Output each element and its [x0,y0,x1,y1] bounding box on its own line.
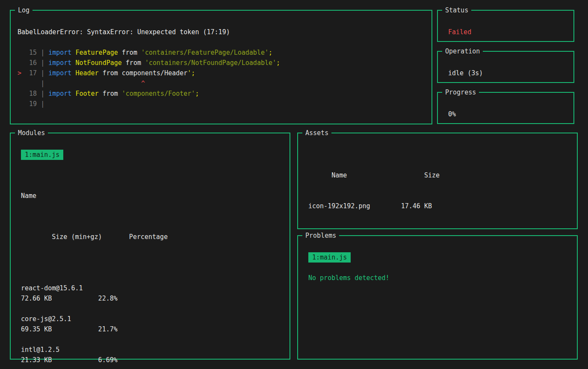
module-percentage: 6.69% [98,356,118,364]
code-token: '; [187,69,195,77]
modules-panel-title: Modules [15,128,48,138]
status-value: Failed [448,27,563,37]
code-token: ; [269,49,272,56]
code-token: import [48,59,71,67]
error-line-marker [18,78,25,89]
line-number: 18 [25,89,37,99]
log-code-frame: 15 | import FeaturePage from 'containers… [18,47,421,109]
modules-table-header: Name Size (min+gz)Percentage [21,170,279,273]
assets-rows: icon-192x192.png17.46 KB [308,201,567,211]
modules-col-percentage: Percentage [129,233,168,241]
module-row: react-dom@15.6.172.66 KB22.8% [21,283,279,304]
error-line-marker [18,58,25,68]
code-line: | ^ [18,78,421,89]
code-token: ; [195,90,199,97]
modules-col-size: Size (min+gz) [52,232,129,242]
log-panel-title: Log [15,5,33,15]
module-row: intl@1.2.521.33 KB6.69% [21,345,279,365]
modules-panel: Modules 1:main.js Name Size (min+gz)Perc… [10,133,290,360]
line-number: 17 [25,68,37,78]
module-name: core-js@2.5.1 [21,315,71,323]
gutter-separator: | [37,90,48,97]
problems-bundle-tab: 1:main.js [308,252,351,263]
status-panel: Status Failed [437,10,574,42]
modules-col-name: Name [21,191,279,201]
assets-col-name: Name [331,170,424,180]
module-name: react-dom@15.6.1 [21,284,83,292]
log-panel: Log BabelLoaderError: SyntaxError: Unexp… [10,10,432,124]
module-row: core-js@2.5.169.35 KB21.7% [21,314,279,334]
gutter-separator: | [37,59,48,67]
gutter-separator: | [37,49,48,56]
progress-value: 0% [448,109,563,119]
code-token: Footer [75,90,98,97]
gutter-separator: | [37,100,48,108]
code-token: 'containers/FeaturePage/Loadable' [141,49,269,56]
code-token: from [122,59,145,67]
problems-panel-title: Problems [302,230,339,241]
status-panel-title: Status [442,5,471,15]
progress-panel-title: Progress [442,87,479,97]
code-token: import [48,69,71,77]
code-line: >17 | import Header from components/Head… [18,68,421,78]
gutter-separator: | [37,69,48,77]
code-token: ^ [48,80,145,87]
assets-col-size: Size [424,171,440,179]
assets-table-header: NameSize [308,160,567,191]
progress-panel: Progress 0% [437,92,574,124]
problems-panel: Problems 1:main.js No problems detected! [297,235,578,360]
code-token: from [99,90,122,97]
operation-panel-title: Operation [442,46,483,56]
code-line: 15 | import FeaturePage from 'containers… [18,47,421,58]
code-token: Header [75,69,98,77]
code-token: FeaturePage [75,49,118,56]
code-line: 16 | import NotFoundPage from 'container… [18,58,421,68]
log-panel-content: BabelLoaderError: SyntaxError: Unexpecte… [11,11,431,114]
operation-panel: Operation idle (3s) [437,51,574,83]
asset-row: icon-192x192.png17.46 KB [308,201,567,211]
code-token: from [118,49,141,56]
error-line-marker [18,47,25,58]
asset-name: icon-192x192.png [308,201,401,211]
code-token: 'containers/NotFoundPage/Loadable' [145,59,276,67]
module-size: 21.33 KB [21,355,98,365]
code-line: 18 | import Footer from 'components/Foot… [18,89,421,99]
line-number: 19 [25,99,37,109]
code-token: NotFoundPage [75,59,121,67]
error-line-marker [18,89,25,99]
line-number: 15 [25,47,37,58]
error-message: BabelLoaderError: SyntaxError: Unexpecte… [18,27,421,37]
error-line-marker: > [18,68,25,78]
assets-panel: Assets NameSize icon-192x192.png17.46 KB [297,133,578,229]
module-size: 72.66 KB [21,293,98,304]
code-token: import [48,49,71,56]
gutter-separator: | [37,80,48,87]
code-token: ; [276,59,280,67]
line-number: 16 [25,58,37,68]
code-token: from components/Header [99,69,188,77]
code-token: 'components/Footer' [122,90,195,97]
assets-panel-title: Assets [302,128,331,138]
module-percentage: 22.8% [98,295,118,302]
module-size: 69.35 KB [21,324,98,334]
error-line-marker [18,99,25,109]
asset-size: 17.46 KB [401,202,432,210]
modules-rows: react-dom@15.6.172.66 KB22.8%core-js@2.5… [21,283,279,369]
module-name: intl@1.2.5 [21,346,59,354]
module-percentage: 21.7% [98,325,118,333]
problems-message: No problems detected! [308,273,567,283]
modules-bundle-tab: 1:main.js [21,150,63,160]
code-line: 19 | [18,99,421,109]
operation-value: idle (3s) [448,68,563,78]
code-token: import [48,90,71,97]
